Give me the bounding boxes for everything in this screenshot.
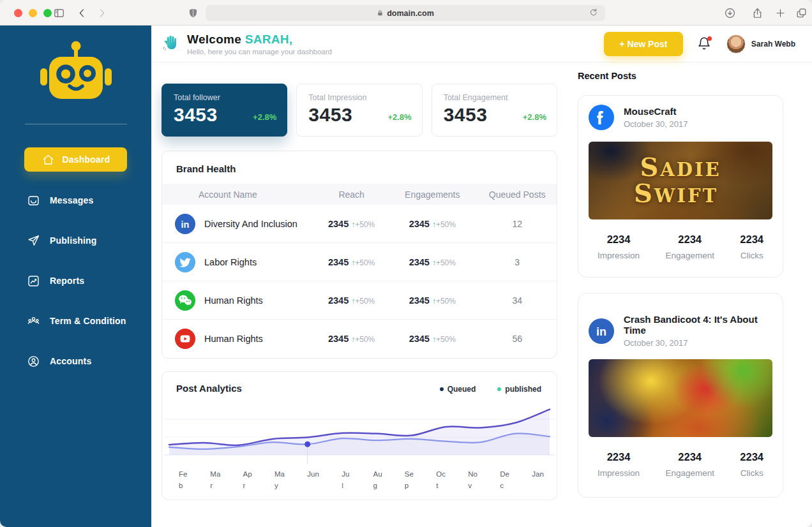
share-icon[interactable] — [749, 5, 765, 20]
svg-text:in: in — [596, 325, 606, 338]
avatar — [726, 34, 746, 54]
page-header: Welcome SARAH, Hello, here you can manag… — [151, 26, 812, 63]
reach-value: 2345 ↑+50% — [316, 334, 387, 344]
close-window-button[interactable] — [14, 9, 22, 17]
x-axis-label-apr: Apr — [243, 469, 252, 492]
new-post-button[interactable]: + New Post — [604, 32, 683, 56]
users-icon — [27, 315, 40, 328]
post-stat-value: 2234 — [598, 234, 640, 246]
post-stat-value: 2234 — [665, 234, 714, 246]
user-first-name: SARAH, — [245, 33, 293, 46]
downloads-icon[interactable] — [722, 5, 737, 20]
legend-dot — [497, 387, 501, 391]
post-stat-value: 2234 — [598, 451, 640, 463]
inbox-icon — [27, 194, 40, 207]
reach-value: 2345 ↑+50% — [316, 219, 387, 229]
post-stat-label: Clicks — [740, 251, 763, 260]
post-stat-engagement: 2234Engagement — [665, 451, 714, 478]
linkedin-icon: in — [175, 214, 195, 234]
engagements-value: 2345 ↑+50% — [387, 295, 477, 306]
minimize-window-button[interactable] — [29, 9, 37, 17]
content: Total follower 3453 +2.8%Total Impressio… — [151, 63, 812, 527]
post-analytics-card: Post Analytics Queuedpublished FebMarApr… — [162, 371, 557, 500]
sidebar-item-accounts[interactable]: Accounts — [24, 350, 127, 373]
sidebar-item-label: Messages — [50, 195, 94, 205]
user-icon — [27, 355, 40, 368]
waving-hand-icon — [162, 33, 181, 55]
reach-value: 2345 ↑+50% — [316, 295, 387, 306]
account-name: Diversity And Inclusion — [204, 219, 297, 229]
post-stat-label: Engagement — [665, 251, 714, 260]
twitter-icon — [175, 252, 195, 272]
address-bar-url: domain.com — [377, 9, 434, 18]
column-header-reach: Reach — [316, 189, 387, 200]
brand-health-row[interactable]: Human Rights 2345 ↑+50% 2345 ↑+50% 56 — [162, 320, 557, 358]
post-card-mousecraft[interactable]: MouseCraft October 30, 2017 SADIESWIFT 2… — [578, 95, 783, 278]
legend-label: Queued — [447, 385, 476, 394]
x-axis-label-feb: Feb — [179, 469, 188, 492]
column-header-queued-posts: Queued Posts — [477, 189, 557, 200]
chart-icon — [27, 274, 40, 288]
post-title: Crash Bandicoot 4: It's About Time — [624, 314, 772, 336]
stat-card-total-engagement: Total Engagement 3453 +2.8% — [432, 84, 557, 137]
post-stat-label: Impression — [598, 251, 640, 260]
x-axis-label-jul: Jul — [342, 469, 350, 492]
chart-legend: Queuedpublished — [440, 385, 541, 394]
notifications-bell-icon[interactable] — [697, 36, 712, 52]
window-controls[interactable] — [14, 9, 52, 17]
robot-logo-icon — [0, 40, 151, 111]
left-column: Total follower 3453 +2.8%Total Impressio… — [162, 63, 557, 527]
queued-posts-value: 56 — [477, 334, 557, 344]
forward-button[interactable] — [94, 5, 109, 20]
stat-card-total-follower: Total follower 3453 +2.8% — [162, 84, 287, 137]
page-subtitle: Hello, here you can manage your dashboar… — [187, 48, 332, 56]
sidebar-item-dashboard[interactable]: Dashboard — [24, 147, 127, 172]
post-stat-clicks: 2234Clicks — [740, 234, 763, 260]
address-bar[interactable]: domain.com — [206, 5, 605, 21]
brand-health-row[interactable]: Human Rights 2345 ↑+50% 2345 ↑+50% 34 — [162, 281, 557, 320]
post-stat-impression: 2234Impression — [598, 234, 640, 260]
brand-health-row[interactable]: Labor Rights 2345 ↑+50% 2345 ↑+50% 3 — [162, 243, 557, 281]
sidebar-nav: DashboardMessagesPublishingReportsTerm &… — [0, 147, 151, 390]
post-stat-label: Clicks — [740, 468, 763, 478]
sidebar-item-messages[interactable]: Messages — [24, 189, 127, 212]
browser-window: domain.com — [0, 0, 812, 527]
analytics-line-chart[interactable] — [164, 403, 555, 465]
post-head: in Crash Bandicoot 4: It's About Time Oc… — [589, 314, 772, 348]
svg-text:in: in — [181, 219, 190, 229]
brand-health-row[interactable]: inDiversity And Inclusion 2345 ↑+50% 234… — [162, 205, 557, 243]
privacy-shield-icon[interactable] — [185, 5, 200, 20]
sidebar-item-label: Publishing — [50, 235, 97, 246]
youtube-icon — [175, 329, 195, 349]
stat-change: +2.8% — [523, 112, 546, 122]
sidebar-item-term-condition[interactable]: Term & Condition — [24, 309, 127, 332]
queued-posts-value: 34 — [477, 295, 557, 306]
tab-overview-icon[interactable] — [793, 5, 809, 20]
sidebar-item-label: Term & Condition — [50, 316, 126, 326]
user-menu[interactable]: Sarah Webb — [726, 34, 795, 54]
sidebar-toggle-icon[interactable] — [51, 5, 66, 20]
post-stat-engagement: 2234Engagement — [665, 234, 714, 260]
legend-item-queued[interactable]: Queued — [440, 385, 476, 394]
sidebar-item-publishing[interactable]: Publishing — [24, 229, 127, 252]
back-button[interactable] — [74, 5, 89, 20]
post-thumbnail[interactable]: SADIESWIFT — [589, 142, 772, 219]
post-thumbnail[interactable] — [589, 359, 772, 437]
post-image-text: SWIFT — [634, 181, 718, 207]
sidebar-item-reports[interactable]: Reports — [24, 269, 127, 292]
sidebar-item-label: Accounts — [50, 356, 91, 366]
new-tab-icon[interactable] — [772, 5, 788, 20]
post-stats: 2234Impression2234Engagement2234Clicks — [589, 451, 772, 478]
reload-icon[interactable] — [589, 7, 600, 19]
post-date: October 30, 2017 — [624, 119, 688, 129]
sidebar-divider — [25, 124, 127, 124]
legend-item-published[interactable]: published — [497, 385, 541, 394]
sidebar: DashboardMessagesPublishingReportsTerm &… — [0, 26, 151, 527]
post-date: October 30, 2017 — [624, 338, 772, 348]
account-name: Human Rights — [204, 295, 263, 306]
brand-health-card: Brand Health Account NameReachEngagement… — [162, 151, 557, 359]
x-axis-label-may: May — [274, 469, 285, 492]
post-card-crash-bandicoot-4-it-s-about-time[interactable]: in Crash Bandicoot 4: It's About Time Oc… — [578, 293, 783, 498]
browser-toolbar: domain.com — [0, 0, 812, 26]
post-stat-value: 2234 — [665, 451, 714, 463]
